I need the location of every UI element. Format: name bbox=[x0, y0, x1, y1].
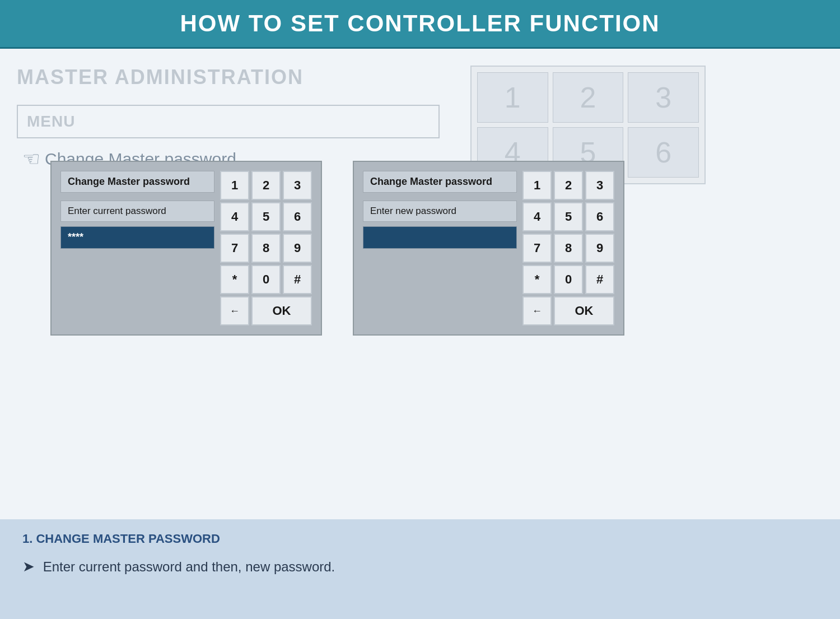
numpad2-btn-7[interactable]: 7 bbox=[522, 234, 552, 263]
numpad-cell-6: 6 bbox=[628, 127, 699, 178]
numpad-btn-6[interactable]: 6 bbox=[283, 202, 312, 231]
numpad-btn-hash[interactable]: # bbox=[283, 265, 312, 294]
numpad-ok-button[interactable]: OK bbox=[251, 296, 312, 325]
numpad-btn-2[interactable]: 2 bbox=[251, 171, 281, 200]
numpad-row-2: 4 5 6 bbox=[220, 202, 312, 231]
numpad2-btn-4[interactable]: 4 bbox=[522, 202, 552, 231]
bottom-panel: 1. CHANGE MASTER PASSWORD ➤ Enter curren… bbox=[0, 519, 840, 619]
page-title: HOW TO SET CONTROLLER FUNCTION bbox=[0, 10, 840, 37]
page-header: HOW TO SET CONTROLLER FUNCTION bbox=[0, 0, 840, 49]
numpad2-btn-8[interactable]: 8 bbox=[554, 234, 583, 263]
bottom-section-title: 1. CHANGE MASTER PASSWORD bbox=[22, 532, 818, 546]
numpad-cell-1: 1 bbox=[477, 72, 548, 123]
dialog-current-label: Enter current password bbox=[60, 201, 214, 222]
numpad2-btn-3[interactable]: 3 bbox=[585, 171, 614, 200]
numpad2-row-2: 4 5 6 bbox=[522, 202, 614, 231]
left-panel: MASTER ADMINISTRATION MENU ☞ Change Mast… bbox=[0, 49, 459, 519]
arrow-symbol: ➤ bbox=[22, 558, 35, 575]
bottom-instruction-text: Enter current password and then, new pas… bbox=[43, 559, 335, 574]
dialog-current-title: Change Master password bbox=[60, 171, 214, 193]
numpad-btn-4[interactable]: 4 bbox=[220, 202, 249, 231]
dialog-new-numpad: 1 2 3 4 5 6 7 8 9 * bbox=[522, 171, 614, 325]
numpad2-bottom-row: ← OK bbox=[522, 296, 614, 325]
numpad-btn-9[interactable]: 9 bbox=[283, 234, 312, 263]
dialog-current-password: Change Master password Enter current pas… bbox=[50, 161, 322, 336]
numpad-btn-0[interactable]: 0 bbox=[251, 265, 281, 294]
dialog-current-left: Change Master password Enter current pas… bbox=[60, 171, 214, 325]
dialog-new-label: Enter new password bbox=[363, 201, 517, 222]
numpad-row-3: 7 8 9 bbox=[220, 234, 312, 263]
numpad-row-4: * 0 # bbox=[220, 265, 312, 294]
numpad2-btn-1[interactable]: 1 bbox=[522, 171, 552, 200]
numpad2-btn-hash[interactable]: # bbox=[585, 265, 614, 294]
dialog-new-password: Change Master password Enter new passwor… bbox=[353, 161, 624, 336]
numpad-bottom-row: ← OK bbox=[220, 296, 312, 325]
numpad2-btn-2[interactable]: 2 bbox=[554, 171, 583, 200]
dialog-current-numpad: 1 2 3 4 5 6 7 8 9 * bbox=[220, 171, 312, 325]
numpad-btn-8[interactable]: 8 bbox=[251, 234, 281, 263]
numpad-back-button[interactable]: ← bbox=[220, 296, 249, 325]
numpad-cell-2: 2 bbox=[553, 72, 624, 123]
cursor-icon: ☞ bbox=[22, 147, 40, 171]
main-area: MASTER ADMINISTRATION MENU ☞ Change Mast… bbox=[0, 49, 840, 519]
menu-label: MENU bbox=[27, 113, 75, 130]
dialogs-area: Change Master password Enter current pas… bbox=[50, 161, 624, 336]
numpad-btn-5[interactable]: 5 bbox=[251, 202, 281, 231]
menu-box: MENU bbox=[17, 105, 440, 138]
master-admin-title: MASTER ADMINISTRATION bbox=[17, 66, 442, 89]
numpad2-row-4: * 0 # bbox=[522, 265, 614, 294]
bottom-instruction: ➤ Enter current password and then, new p… bbox=[22, 555, 818, 579]
numpad2-btn-0[interactable]: 0 bbox=[554, 265, 583, 294]
numpad-btn-star[interactable]: * bbox=[220, 265, 249, 294]
dialog-new-title: Change Master password bbox=[363, 171, 517, 193]
numpad-row-1: 1 2 3 bbox=[220, 171, 312, 200]
numpad-cell-3: 3 bbox=[628, 72, 699, 123]
numpad2-back-button[interactable]: ← bbox=[522, 296, 552, 325]
numpad-btn-7[interactable]: 7 bbox=[220, 234, 249, 263]
numpad2-ok-button[interactable]: OK bbox=[554, 296, 614, 325]
numpad2-row-1: 1 2 3 bbox=[522, 171, 614, 200]
numpad2-btn-6[interactable]: 6 bbox=[585, 202, 614, 231]
numpad2-btn-star[interactable]: * bbox=[522, 265, 552, 294]
dialog-current-input[interactable]: **** bbox=[60, 226, 214, 249]
dialog-new-input[interactable] bbox=[363, 226, 517, 249]
numpad-btn-3[interactable]: 3 bbox=[283, 171, 312, 200]
numpad2-btn-9[interactable]: 9 bbox=[585, 234, 614, 263]
numpad-btn-1[interactable]: 1 bbox=[220, 171, 249, 200]
dialog-new-left: Change Master password Enter new passwor… bbox=[363, 171, 517, 325]
numpad2-row-3: 7 8 9 bbox=[522, 234, 614, 263]
numpad2-btn-5[interactable]: 5 bbox=[554, 202, 583, 231]
